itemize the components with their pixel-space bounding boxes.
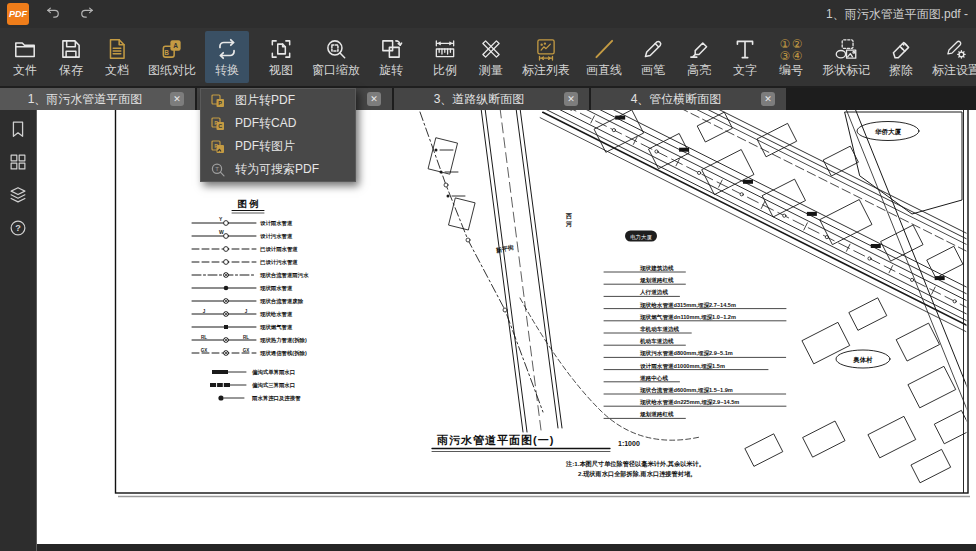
toolbar-button-rotate[interactable]: 旋转 — [369, 31, 413, 83]
menu-item-image-to-pdf[interactable]: P图片转PDF — [201, 89, 355, 112]
rotate-icon — [378, 36, 404, 63]
sidebar-button-bookmark[interactable] — [5, 117, 31, 143]
toolbar-button-eraser[interactable]: 擦除 — [879, 31, 923, 83]
toolbar-label: 编号 — [779, 63, 803, 78]
toolbar-label: 高亮 — [687, 63, 711, 78]
legend-row-label: 已设计污水管道 — [260, 259, 298, 266]
legend-extra-label: 偏沟式三箅雨水口 — [251, 382, 295, 389]
svg-text:B: B — [164, 49, 169, 56]
leader-label: 设计雨水管道d1000mm,埋深1.5m — [640, 363, 725, 370]
sidebar-button-help[interactable]: ? — [5, 216, 31, 242]
toolbar-label: 保存 — [59, 63, 83, 78]
sidebar: ? — [0, 110, 37, 551]
pen-icon — [640, 36, 666, 63]
toolbar-label: 文档 — [105, 63, 129, 78]
label-river-2: 河 — [565, 220, 572, 228]
bookmark-icon — [7, 128, 29, 143]
svg-text:T: T — [215, 166, 219, 172]
tab-label: 4、管位横断面图 — [591, 91, 761, 108]
svg-text:GX: GX — [201, 348, 208, 353]
save-icon — [58, 36, 84, 63]
svg-text:RL: RL — [201, 335, 207, 340]
svg-text:A: A — [173, 42, 178, 49]
menu-item-pdf-to-cad[interactable]: PCPDF转CAD — [201, 112, 355, 135]
app-logo: PDF — [7, 3, 29, 25]
legend-title: 图 例 — [237, 198, 259, 209]
legend-extra-label: 偏沟式单箅雨水口 — [251, 369, 295, 376]
label-village: 奥体村 — [852, 356, 873, 364]
leader-label: 非机动车道边线 — [640, 326, 680, 333]
convert-dropdown-menu: P图片转PDFPCPDF转CADPPDF转图片T转为可搜索PDF — [200, 88, 356, 182]
toolbar-button-pen[interactable]: 画笔 — [631, 31, 675, 83]
label-building1: 华侨大厦 — [874, 128, 902, 136]
view-icon — [268, 36, 294, 63]
sidebar-button-layers[interactable] — [5, 183, 31, 209]
toolbar-button-compare[interactable]: AB图纸对比 — [141, 31, 203, 83]
toolbar-group-3: 比例测量标注列表画直线画笔高亮文字①②③④编号形状标记擦除标注设置 — [422, 31, 976, 83]
toolbar-label: 窗口缩放 — [312, 63, 360, 78]
tab-close-icon[interactable]: ✕ — [170, 92, 184, 106]
folder-icon — [12, 36, 38, 63]
toolbar-button-view[interactable]: 视图 — [259, 31, 303, 83]
document-icon — [104, 36, 130, 63]
leader-label: 现状给水管道d315mm,埋深2.7~14.5m — [639, 302, 736, 309]
leader-label: 现状污水管道d800mm,埋深2.9~5.1m — [639, 350, 733, 357]
menu-item-pdf-to-image[interactable]: PPDF转图片 — [201, 135, 355, 158]
toolbar-button-measure[interactable]: 测量 — [469, 31, 513, 83]
toolbar-label: 形状标记 — [822, 63, 870, 78]
layers-icon — [7, 194, 29, 209]
tab-1[interactable]: 1、雨污水管道平面图✕ — [0, 88, 195, 110]
toolbar-button-window-zoom[interactable]: 窗口缩放 — [305, 31, 367, 83]
toolbar-button-highlight[interactable]: 高亮 — [677, 31, 721, 83]
toolbar-button-document[interactable]: 文档 — [95, 31, 139, 83]
toolbar-button-folder[interactable]: 文件 — [3, 31, 47, 83]
shapes-icon — [833, 36, 859, 63]
toolbar-label: 标注设置 — [932, 63, 976, 78]
toolbar-button-annotation-settings[interactable]: 标注设置 — [925, 31, 976, 83]
toolbar-label: 测量 — [479, 63, 503, 78]
toolbar-button-text[interactable]: 文字 — [723, 31, 767, 83]
tab-close-icon[interactable]: ✕ — [367, 92, 381, 106]
toolbar-button-save[interactable]: 保存 — [49, 31, 93, 83]
document-canvas[interactable]: 图 例 Y设计雨水管道W设计污水管道已设计雨水管道已设计污水管道现状合流管道雨污… — [37, 110, 976, 551]
titlebar: PDF 1、雨污水管道平面图.pdf - — [0, 0, 976, 28]
toolbar-button-convert[interactable]: 转换 — [205, 31, 249, 83]
redo-icon[interactable] — [77, 4, 97, 24]
toolbar-group-2: 视图窗口缩放旋转 — [258, 31, 414, 83]
legend-row-label: 设计雨水管道 — [260, 220, 293, 227]
toolbar-label: 比例 — [433, 63, 457, 78]
toolbar-button-number[interactable]: ①②③④编号 — [769, 31, 813, 83]
tab-3[interactable]: 3、道路纵断面图✕ — [394, 88, 589, 110]
legend-row-label: 设计污水管道 — [260, 233, 293, 240]
app-window: PDF 1、雨污水管道平面图.pdf - 文件保存文档AB图纸对比转换视图窗口缩… — [0, 0, 976, 551]
thumbnails-icon — [7, 161, 29, 176]
tab-close-icon[interactable]: ✕ — [761, 92, 775, 106]
tab-4[interactable]: 4、管位横断面图✕ — [591, 88, 786, 110]
undo-icon[interactable] — [43, 4, 63, 24]
annotation-list-icon — [533, 36, 559, 63]
svg-text:W: W — [219, 229, 224, 235]
toolbar-button-shapes[interactable]: 形状标记 — [815, 31, 877, 83]
legend-row-label: 现状合流管道雨污水 — [259, 272, 309, 279]
bottom-bar — [37, 544, 976, 551]
legend-row-label: 现状通信管线(拆除) — [259, 350, 307, 357]
menu-item-searchable-pdf[interactable]: T转为可搜索PDF — [201, 158, 355, 181]
toolbar-label: 擦除 — [889, 63, 913, 78]
image-to-pdf-icon: P — [210, 93, 226, 109]
sidebar-button-thumbnails[interactable] — [5, 150, 31, 176]
toolbar-label: 旋转 — [379, 63, 403, 78]
toolbar-button-line[interactable]: 画直线 — [579, 31, 629, 83]
toolbar-button-annotation-list[interactable]: 标注列表 — [515, 31, 577, 83]
toolbar-button-scale[interactable]: 比例 — [423, 31, 467, 83]
svg-text:?: ? — [15, 223, 21, 233]
menu-item-label: 图片转PDF — [235, 92, 295, 109]
legend-extra-label: 雨水箅连口及连接管 — [251, 395, 301, 402]
line-icon — [591, 36, 617, 63]
label-power-building: 电力大厦 — [630, 234, 652, 241]
cad-drawing: 图 例 Y设计雨水管道W设计污水管道已设计雨水管道已设计污水管道现状合流管道雨污… — [37, 110, 976, 551]
pdf-to-image-icon: P — [210, 139, 226, 155]
tab-close-icon[interactable]: ✕ — [564, 92, 578, 106]
leader-label: 规划道路红线 — [639, 277, 674, 284]
svg-text:GX: GX — [243, 348, 250, 353]
legend-row-label: 现状合流管道废除 — [259, 298, 304, 305]
